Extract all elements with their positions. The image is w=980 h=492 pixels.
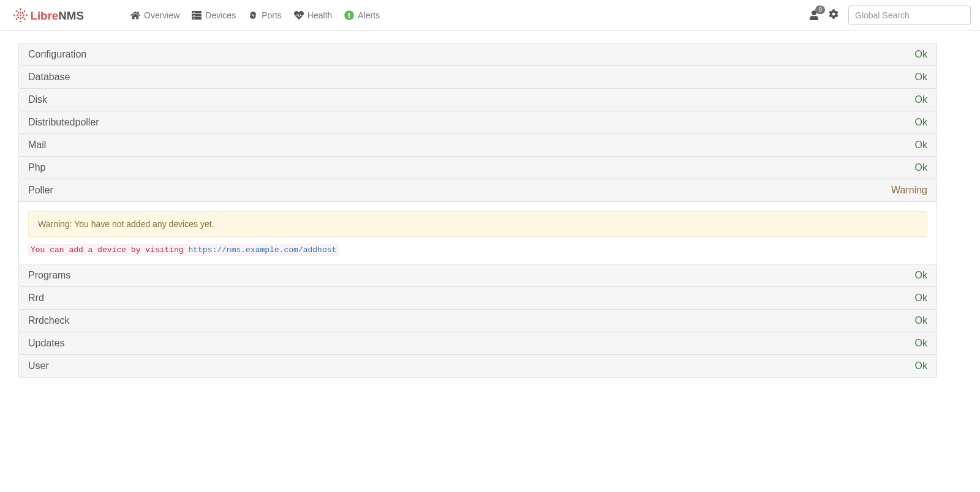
svg-point-3: [26, 14, 28, 16]
brand-text-nms: NMS: [58, 9, 84, 21]
panel-disk: DiskOk: [18, 88, 937, 111]
svg-point-4: [16, 10, 18, 12]
panel-title: Programs: [28, 270, 70, 281]
librenms-logo-icon: LibreNMS: [9, 7, 113, 23]
svg-point-12: [20, 11, 21, 13]
panel-heading[interactable]: ProgramsOk: [19, 264, 937, 286]
svg-point-11: [22, 17, 24, 18]
notification-badge: 0: [815, 6, 825, 14]
nav-devices-label: Devices: [205, 10, 236, 20]
addhost-link[interactable]: https://nms.example.com/addhost: [188, 245, 336, 255]
panel-status: Ok: [915, 360, 927, 371]
panel-mail: MailOk: [18, 133, 937, 157]
server-icon: [192, 10, 202, 20]
panel-title: Php: [28, 162, 45, 173]
svg-point-9: [22, 12, 24, 13]
panel-title: Distributedpoller: [28, 117, 99, 128]
home-icon: [130, 10, 140, 20]
panel-title: Poller: [28, 185, 53, 196]
gear-icon: [829, 9, 839, 19]
nav-devices[interactable]: Devices: [186, 0, 242, 30]
panel-title: Updates: [28, 338, 65, 349]
panel-php: PhpOk: [18, 156, 937, 179]
panel-heading[interactable]: UserOk: [19, 355, 937, 377]
panel-distributedpoller: DistributedpollerOk: [18, 111, 937, 134]
svg-point-14: [17, 14, 18, 16]
heartbeat-icon: [294, 10, 304, 20]
svg-point-13: [20, 17, 21, 19]
nav-alerts[interactable]: Alerts: [338, 0, 386, 30]
panel-status: Ok: [915, 117, 927, 128]
global-search-input[interactable]: [848, 6, 971, 25]
panel-heading[interactable]: PhpOk: [19, 157, 937, 179]
panel-status: Ok: [915, 338, 927, 349]
warning-alert: Warning: You have not added any devices …: [28, 211, 927, 237]
nav-overview[interactable]: Overview: [124, 0, 186, 30]
panel-status: Ok: [915, 140, 927, 151]
svg-point-2: [13, 14, 15, 16]
panel-title: Database: [28, 72, 70, 83]
nav-health[interactable]: Health: [288, 0, 338, 30]
panel-rrd: RrdOk: [18, 286, 937, 310]
panel-heading[interactable]: RrdcheckOk: [19, 310, 937, 332]
panel-programs: ProgramsOk: [18, 264, 937, 287]
svg-point-5: [24, 10, 26, 12]
panel-title: Disk: [28, 94, 47, 105]
svg-point-1: [20, 20, 21, 22]
panel-heading[interactable]: PollerWarning: [19, 179, 937, 201]
panel-heading[interactable]: UpdatesOk: [19, 332, 937, 354]
svg-point-16: [20, 14, 21, 16]
navbar-right: 0: [809, 6, 971, 25]
panel-configuration: ConfigurationOk: [18, 43, 937, 66]
panel-database: DatabaseOk: [18, 65, 937, 89]
exclamation-circle-icon: [344, 10, 354, 20]
panel-title: Configuration: [28, 49, 86, 60]
nav-health-label: Health: [307, 10, 332, 20]
panel-heading[interactable]: ConfigurationOk: [19, 43, 937, 65]
main-content: ConfigurationOkDatabaseOkDiskOkDistribut…: [0, 31, 956, 389]
panel-status: Ok: [915, 49, 927, 60]
hint-code: You can add a device by visiting https:/…: [28, 244, 339, 256]
settings-menu[interactable]: [826, 7, 841, 23]
panel-status: Ok: [915, 270, 927, 281]
panel-heading[interactable]: RrdOk: [19, 287, 937, 309]
brand-text-libre: Libre: [30, 9, 58, 21]
svg-point-7: [24, 18, 26, 20]
panel-title: Rrd: [28, 293, 44, 304]
panel-updates: UpdatesOk: [18, 332, 937, 355]
panel-poller: PollerWarningWarning: You have not added…: [18, 179, 937, 264]
svg-text:LibreNMS: LibreNMS: [30, 9, 84, 21]
nav-ports[interactable]: Ports: [242, 0, 288, 30]
panel-heading[interactable]: MailOk: [19, 134, 937, 156]
panel-heading[interactable]: DistributedpollerOk: [19, 111, 937, 133]
panel-rrdcheck: RrdcheckOk: [18, 309, 937, 332]
panel-heading[interactable]: DatabaseOk: [19, 66, 937, 88]
nav-alerts-label: Alerts: [358, 10, 380, 20]
panel-body: Warning: You have not added any devices …: [19, 201, 937, 264]
user-menu[interactable]: 0: [809, 10, 819, 20]
brand-logo[interactable]: LibreNMS: [9, 7, 113, 23]
svg-point-10: [18, 17, 20, 18]
svg-point-6: [16, 18, 18, 20]
hint-prefix: You can add a device by visiting: [31, 245, 188, 255]
svg-point-0: [20, 8, 21, 10]
panel-status: Ok: [915, 72, 927, 83]
panel-status: Ok: [915, 315, 927, 326]
panel-user: UserOk: [18, 354, 937, 378]
panel-title: User: [28, 360, 49, 371]
panel-status: Ok: [915, 94, 927, 105]
nav-ports-label: Ports: [262, 10, 282, 20]
panel-title: Rrdcheck: [28, 315, 70, 326]
panel-heading[interactable]: DiskOk: [19, 89, 937, 111]
panel-title: Mail: [28, 140, 46, 151]
navbar: LibreNMS Overview Devices Ports Health A…: [0, 0, 980, 31]
svg-point-15: [23, 14, 24, 16]
validation-panel-group: ConfigurationOkDatabaseOkDiskOkDistribut…: [18, 43, 937, 378]
panel-status: Ok: [915, 162, 927, 173]
link-icon: [248, 10, 258, 20]
panel-status: Warning: [891, 185, 927, 196]
svg-point-8: [18, 12, 20, 13]
panel-status: Ok: [915, 293, 927, 304]
nav-overview-label: Overview: [144, 10, 179, 20]
main-nav: Overview Devices Ports Health Alerts: [124, 0, 386, 30]
